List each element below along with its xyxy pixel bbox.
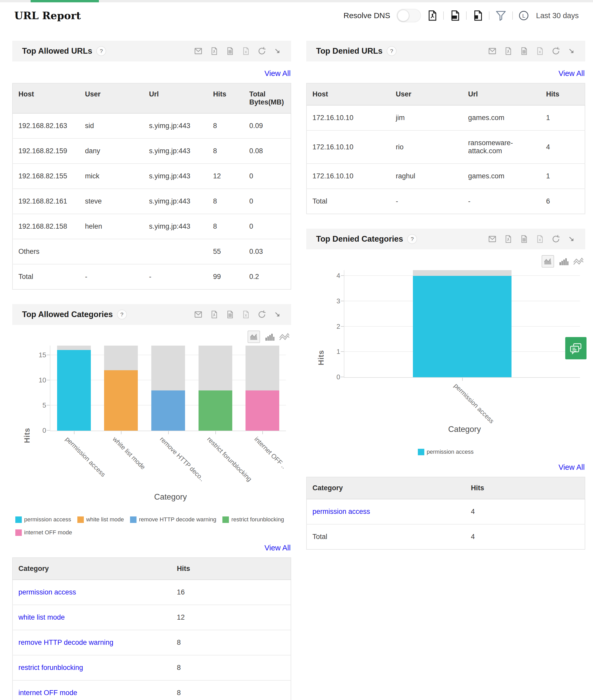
table-row: 192.168.82.158helens.yimg.jp:44380 <box>12 214 291 239</box>
view-all-link[interactable]: View All <box>12 544 291 552</box>
excel-icon[interactable] <box>536 47 544 55</box>
legend-swatch <box>15 529 22 536</box>
denied-categories-chart: Hits01234permission accessCategorypermis… <box>306 270 585 455</box>
category-link[interactable]: restrict forunblocking <box>18 664 83 671</box>
column-header: Hits <box>540 83 585 105</box>
table-cell: 0 <box>244 189 291 214</box>
table-header-row: HostUserUrlHits <box>307 83 585 105</box>
plot-area: 01234 <box>344 270 580 378</box>
table-row: 192.168.82.163sids.yimg.jp:44380.09 <box>12 113 291 138</box>
expand-icon[interactable] <box>274 47 281 55</box>
table-row: remove HTTP decode warning8 <box>12 630 291 655</box>
help-icon[interactable]: ? <box>96 46 106 56</box>
table-cell: 192.168.82.161 <box>12 189 79 214</box>
left-column: Top Allowed URLs ? View All HostUserUrlH… <box>12 41 291 700</box>
filter-icon[interactable] <box>495 9 507 22</box>
refresh-icon[interactable] <box>551 234 561 244</box>
table-row: restrict forunblocking8 <box>12 655 291 680</box>
table-cell: Total <box>12 264 79 289</box>
line-chart-icon[interactable] <box>279 331 290 342</box>
category-link[interactable]: permission access <box>312 508 370 515</box>
bar-white-list-mode[interactable] <box>104 370 138 431</box>
legend-item[interactable]: permission access <box>15 516 71 523</box>
pdf-icon[interactable] <box>504 47 513 55</box>
email-icon[interactable] <box>194 310 203 319</box>
expand-icon[interactable] <box>567 235 576 243</box>
bar-chart-icon[interactable] <box>558 256 568 266</box>
expand-icon[interactable] <box>274 311 281 318</box>
refresh-icon[interactable] <box>257 46 267 56</box>
excel-icon[interactable] <box>536 235 544 244</box>
category-link[interactable]: internet OFF mode <box>18 689 77 697</box>
excel-icon[interactable] <box>241 47 250 55</box>
resolve-dns-toggle[interactable] <box>397 9 421 22</box>
table-cell: 8 <box>207 189 243 214</box>
help-icon[interactable]: ? <box>117 310 127 319</box>
table-cell: steve <box>79 189 144 214</box>
panel-action-icons <box>488 46 576 56</box>
legend-item[interactable]: white list mode <box>77 516 124 523</box>
email-icon[interactable] <box>194 47 203 55</box>
sheet-icon[interactable] <box>226 310 234 319</box>
category-link[interactable]: permission access <box>18 588 76 596</box>
table-cell: 0.09 <box>244 113 291 138</box>
x-tick-label: remove HTTP deco.. <box>158 435 206 483</box>
table-cell: s.yimg.jp:443 <box>143 214 207 239</box>
feedback-chat-button[interactable] <box>565 337 587 359</box>
help-icon[interactable]: ? <box>387 46 397 56</box>
report-header: URL Report Resolve DNS csv <box>0 2 593 29</box>
table-cell: 172.16.10.10 <box>307 105 390 130</box>
refresh-icon[interactable] <box>551 46 561 56</box>
table-row: Others550.03 <box>12 239 291 264</box>
email-icon[interactable] <box>488 47 497 55</box>
pdf-icon[interactable] <box>210 47 219 55</box>
table-cell: jim <box>390 105 463 130</box>
legend-swatch <box>223 517 229 523</box>
view-all-link[interactable]: View All <box>306 69 585 78</box>
line-chart-icon[interactable] <box>573 256 584 267</box>
bar-permission-access[interactable] <box>413 276 512 377</box>
sheet-icon[interactable] <box>226 47 234 55</box>
column-header: Host <box>12 83 79 113</box>
export-csv-icon[interactable]: csv <box>449 10 461 21</box>
view-all-link[interactable]: View All <box>12 69 291 78</box>
legend-item[interactable]: internet OFF mode <box>15 529 72 536</box>
bar-permission-access[interactable] <box>57 350 91 431</box>
legend-item[interactable]: permission access <box>418 448 474 455</box>
table-row: white list mode12 <box>12 605 291 630</box>
export-pdf-icon[interactable] <box>426 10 438 21</box>
sheet-icon[interactable] <box>520 235 528 244</box>
time-range-label[interactable]: Last 30 days <box>536 11 579 20</box>
refresh-icon[interactable] <box>257 310 267 319</box>
view-all-link[interactable]: View All <box>306 463 585 472</box>
legend-item[interactable]: remove HTTP decode warning <box>130 516 216 523</box>
category-link[interactable]: remove HTTP decode warning <box>18 639 113 646</box>
column-header: Host <box>307 83 390 105</box>
schedule-clock-icon[interactable]: L <box>518 10 529 21</box>
y-tick-label: 0 <box>329 373 340 381</box>
excel-icon[interactable] <box>241 310 250 319</box>
table-cell: 0 <box>244 164 291 189</box>
sheet-icon[interactable] <box>520 47 528 55</box>
url-report-page: URL Report Resolve DNS csv <box>0 0 593 700</box>
bar-remove-HTTP-decode-warning[interactable] <box>151 390 185 431</box>
bar-restrict-forunblocking[interactable] <box>199 390 232 431</box>
bar-internet-OFF-mode[interactable] <box>245 390 279 431</box>
column-header: User <box>79 83 144 113</box>
table-cell: Others <box>12 239 79 264</box>
expand-icon[interactable] <box>567 47 576 55</box>
export-excel-icon[interactable]: x <box>472 10 484 21</box>
table-cell: raghul <box>390 164 463 189</box>
pdf-icon[interactable] <box>210 310 219 319</box>
table-cell: 0 <box>244 214 291 239</box>
email-icon[interactable] <box>488 235 497 244</box>
legend-item[interactable]: restrict forunblocking <box>223 516 284 523</box>
help-icon[interactable]: ? <box>407 234 417 244</box>
table-row: Total4 <box>307 524 585 550</box>
area-chart-icon[interactable] <box>542 255 554 268</box>
bar-chart-icon[interactable] <box>264 332 275 342</box>
area-chart-icon[interactable] <box>247 331 260 343</box>
table-cell: Total <box>307 189 390 214</box>
category-link[interactable]: white list mode <box>18 613 65 621</box>
pdf-icon[interactable] <box>504 235 513 244</box>
